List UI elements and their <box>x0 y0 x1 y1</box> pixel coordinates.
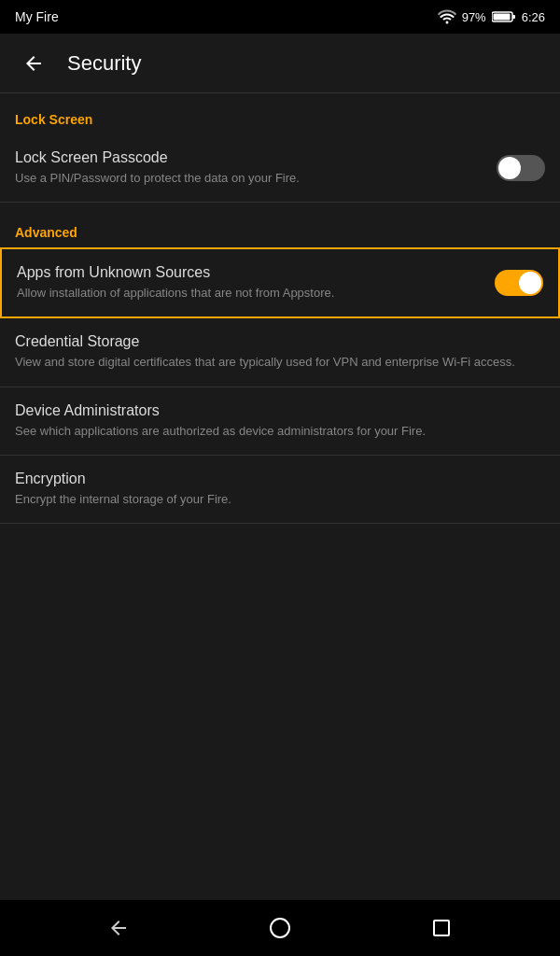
app-bar: Security <box>0 34 560 93</box>
device-administrators-title: Device Administrators <box>15 402 534 419</box>
battery-percent: 97% <box>462 10 486 24</box>
lock-screen-header: Lock Screen <box>0 93 560 134</box>
time: 6:26 <box>522 10 545 24</box>
unknown-sources-desc: Allow installation of applications that … <box>17 285 483 302</box>
wifi-icon <box>438 9 456 24</box>
advanced-section: Advanced Apps from Unknown Sources Allow… <box>0 203 560 524</box>
device-administrators-item[interactable]: Device Administrators See which applicat… <box>0 387 560 456</box>
device-administrators-desc: See which applications are authorized as… <box>15 423 534 440</box>
toggle-knob-on <box>519 272 541 294</box>
lock-screen-passcode-toggle[interactable] <box>497 155 545 181</box>
svg-rect-2 <box>512 15 515 19</box>
lock-screen-passcode-desc: Use a PIN/Password to protect the data o… <box>15 170 485 187</box>
credential-storage-desc: View and store digital certificates that… <box>15 354 534 371</box>
content-area: Lock Screen Lock Screen Passcode Use a P… <box>0 93 560 900</box>
encryption-title: Encryption <box>15 471 534 487</box>
credential-storage-title: Credential Storage <box>15 333 534 350</box>
status-icons: 97% 6:26 <box>438 9 545 24</box>
unknown-sources-toggle[interactable] <box>495 270 543 296</box>
app-name: My Fire <box>15 9 59 24</box>
toggle-knob <box>498 157 521 179</box>
lock-screen-section: Lock Screen Lock Screen Passcode Use a P… <box>0 93 560 203</box>
lock-screen-passcode-title: Lock Screen Passcode <box>15 149 485 166</box>
unknown-sources-item[interactable]: Apps from Unknown Sources Allow installa… <box>0 247 560 318</box>
page-title: Security <box>67 51 141 76</box>
bottom-nav <box>0 900 560 956</box>
nav-home-button[interactable] <box>259 907 301 949</box>
nav-back-button[interactable] <box>98 907 139 949</box>
unknown-sources-title: Apps from Unknown Sources <box>17 264 483 281</box>
svg-point-3 <box>271 919 289 937</box>
status-bar: My Fire 97% 6:26 <box>0 0 560 34</box>
svg-rect-1 <box>493 14 510 21</box>
advanced-header: Advanced <box>0 203 560 247</box>
nav-recent-button[interactable] <box>421 907 462 949</box>
encryption-item[interactable]: Encryption Encrypt the internal storage … <box>0 456 560 524</box>
credential-storage-item[interactable]: Credential Storage View and store digita… <box>0 318 560 387</box>
battery-icon <box>492 10 516 23</box>
lock-screen-passcode-item[interactable]: Lock Screen Passcode Use a PIN/Password … <box>0 134 560 203</box>
encryption-desc: Encrypt the internal storage of your Fir… <box>15 491 534 508</box>
svg-rect-4 <box>434 921 449 935</box>
back-button[interactable] <box>15 45 52 82</box>
